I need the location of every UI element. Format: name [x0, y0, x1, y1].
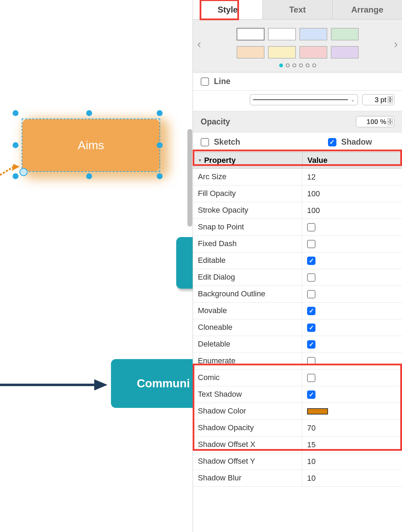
line-width-value: 3 pt: [375, 96, 386, 104]
stepper-icon[interactable]: ▲▼: [388, 118, 393, 125]
property-value[interactable]: [302, 319, 402, 336]
connection-point[interactable]: [20, 168, 28, 176]
page-dot[interactable]: [306, 63, 310, 67]
tab-text[interactable]: Text: [263, 0, 333, 19]
property-row: Text Shadow: [193, 386, 402, 403]
shadow-label: Shadow: [341, 137, 372, 147]
property-row: Snap to Point: [193, 219, 402, 236]
property-value[interactable]: 70: [302, 420, 402, 436]
swatch-page-dots: [196, 63, 399, 67]
property-value[interactable]: [302, 252, 402, 269]
page-dot[interactable]: [279, 63, 283, 67]
property-name: Fill Opacity: [193, 185, 302, 202]
property-checkbox[interactable]: [307, 223, 315, 231]
property-value[interactable]: [302, 219, 402, 235]
property-row: Enumerate: [193, 353, 402, 370]
page-dot[interactable]: [299, 63, 303, 67]
property-value[interactable]: [302, 286, 402, 302]
style-swatch[interactable]: [268, 46, 296, 59]
property-value[interactable]: 10: [302, 470, 402, 486]
sketch-checkbox[interactable]: [201, 138, 209, 146]
property-value[interactable]: [302, 370, 402, 386]
property-row: Shadow Offset X15: [193, 436, 402, 453]
property-name: Shadow Blur: [193, 470, 302, 486]
line-checkbox[interactable]: [201, 77, 209, 86]
selection-handle[interactable]: [157, 110, 163, 116]
selection-handle[interactable]: [86, 173, 92, 179]
property-name: Shadow Opacity: [193, 420, 302, 436]
sketch-label: Sketch: [214, 137, 240, 147]
property-value[interactable]: [302, 336, 402, 352]
collapse-triangle-icon[interactable]: ▼: [198, 158, 202, 163]
scrollbar-thumb[interactable]: [187, 129, 192, 227]
property-value[interactable]: [302, 303, 402, 319]
property-value[interactable]: 15: [302, 436, 402, 453]
property-row: Shadow Opacity70: [193, 420, 402, 436]
shape-communication[interactable]: Communi: [111, 359, 193, 408]
property-checkbox[interactable]: [307, 257, 315, 265]
selection-handle[interactable]: [13, 142, 18, 148]
opacity-section: Opacity 100 % ▲▼: [193, 111, 402, 132]
chevron-left-icon[interactable]: ‹: [197, 37, 201, 51]
diagram-canvas[interactable]: Aims Communi: [0, 0, 193, 532]
selection-handle[interactable]: [157, 173, 163, 179]
page-dot[interactable]: [292, 63, 296, 67]
page-dot[interactable]: [286, 63, 290, 67]
property-value[interactable]: [302, 386, 402, 403]
style-swatch[interactable]: [299, 46, 327, 59]
property-value[interactable]: 12: [302, 169, 402, 185]
property-value[interactable]: 100: [302, 185, 402, 202]
property-value[interactable]: [302, 403, 402, 419]
selection-handle[interactable]: [157, 142, 163, 148]
tab-style[interactable]: Style: [193, 0, 263, 19]
property-row: Editable: [193, 252, 402, 269]
property-name: Enumerate: [193, 353, 302, 369]
line-width-input[interactable]: 3 pt ▲▼: [362, 94, 394, 105]
svg-line-0: [0, 167, 14, 175]
chevron-right-icon[interactable]: ›: [394, 37, 398, 51]
style-swatch[interactable]: [268, 28, 296, 40]
shape-aims[interactable]: Aims: [22, 119, 159, 171]
property-checkbox[interactable]: [307, 374, 315, 382]
selection-handle[interactable]: [13, 173, 18, 179]
property-value[interactable]: [302, 269, 402, 286]
line-section: Line: [193, 73, 402, 91]
property-checkbox[interactable]: [307, 273, 315, 282]
line-label: Line: [214, 77, 230, 86]
page-dot[interactable]: [312, 63, 316, 67]
property-checkbox[interactable]: [307, 340, 315, 349]
property-checkbox[interactable]: [307, 357, 315, 365]
property-name: Text Shadow: [193, 386, 302, 403]
line-style-select[interactable]: ⌄: [250, 94, 358, 105]
property-name: Arc Size: [193, 169, 302, 185]
property-row: Movable: [193, 303, 402, 319]
tab-arrange[interactable]: Arrange: [333, 0, 402, 19]
shape-teal-partial[interactable]: [176, 237, 193, 289]
shadow-checkbox[interactable]: [328, 138, 336, 146]
selection-handle[interactable]: [13, 110, 18, 116]
property-row: Shadow Blur10: [193, 470, 402, 487]
svg-marker-3: [94, 379, 107, 390]
property-value[interactable]: [302, 236, 402, 252]
property-name: Deletable: [193, 336, 302, 352]
property-checkbox[interactable]: [307, 240, 315, 248]
property-checkbox[interactable]: [307, 307, 315, 315]
property-value[interactable]: 100: [302, 202, 402, 219]
selection-handle[interactable]: [86, 110, 92, 116]
property-name: Shadow Color: [193, 403, 302, 419]
property-checkbox[interactable]: [307, 390, 315, 399]
color-chip[interactable]: [307, 408, 328, 415]
opacity-input[interactable]: 100 % ▲▼: [356, 116, 394, 127]
style-swatch[interactable]: [299, 28, 327, 40]
style-swatch[interactable]: [331, 46, 359, 59]
property-checkbox[interactable]: [307, 324, 315, 332]
property-value[interactable]: [302, 353, 402, 369]
style-swatch[interactable]: [331, 28, 359, 40]
shape-aims-label: Aims: [78, 138, 104, 152]
stepper-icon[interactable]: ▲▼: [388, 96, 393, 103]
arrow-dark-icon: [0, 378, 108, 392]
style-swatch[interactable]: [237, 46, 265, 59]
style-swatch[interactable]: [237, 28, 265, 40]
property-value[interactable]: 10: [302, 453, 402, 470]
property-checkbox[interactable]: [307, 290, 315, 298]
